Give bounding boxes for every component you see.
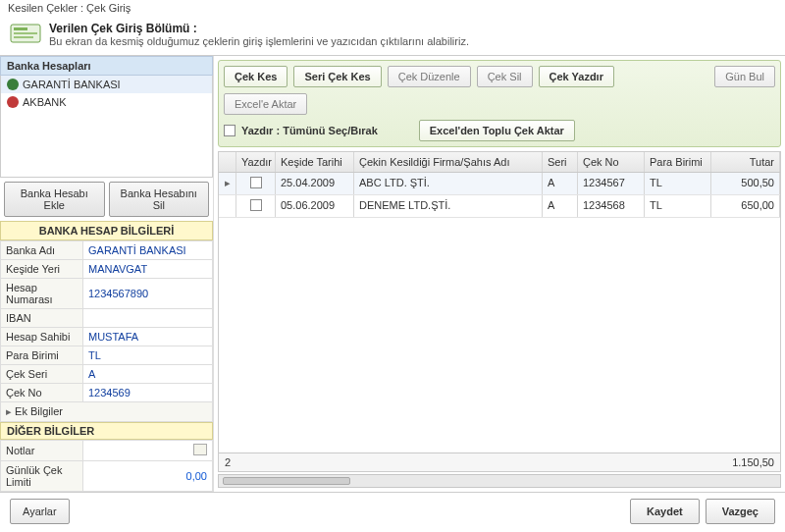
toolbar: Çek Kes Seri Çek Kes Çek Düzenle Çek Sil…	[218, 60, 781, 147]
bank-list[interactable]: GARANTİ BANKASI AKBANK	[0, 76, 213, 178]
header-title: Verilen Çek Giriş Bölümü :	[49, 22, 775, 35]
cek-kes-button[interactable]: Çek Kes	[224, 66, 288, 87]
right-panel: Çek Kes Seri Çek Kes Çek Düzenle Çek Sil…	[214, 56, 785, 492]
cell-no: 1234568	[578, 195, 645, 217]
value-seri[interactable]: A	[83, 365, 213, 384]
other-info-table: Notlar Günlük Çek Limiti0,00	[0, 440, 213, 492]
cell-amt: 500,50	[711, 173, 780, 194]
bank-item[interactable]: GARANTİ BANKASI	[1, 76, 212, 93]
col-yazdir[interactable]: Yazdır	[236, 152, 276, 172]
scrollbar-thumb[interactable]	[223, 477, 350, 485]
value-keside[interactable]: MANAVGAT	[83, 260, 213, 279]
bank-icon	[7, 79, 19, 90]
col-cekno[interactable]: Çek No	[578, 152, 645, 172]
label-limit: Günlük Çek Limiti	[1, 461, 83, 492]
svg-rect-1	[14, 27, 27, 30]
cell-date: 25.04.2009	[276, 173, 354, 194]
bank-icon	[7, 96, 19, 108]
excel-toplu-aktar-button[interactable]: Excel'den Toplu Çek Aktar	[419, 120, 575, 141]
value-iban[interactable]	[83, 309, 213, 328]
col-seri[interactable]: Seri	[543, 152, 578, 172]
grid-footer: 2 1.150,50	[219, 452, 780, 471]
left-panel: Banka Hesapları GARANTİ BANKASI AKBANK B…	[0, 56, 214, 492]
gun-bul-button[interactable]: Gün Bul	[714, 66, 775, 87]
cek-duzenle-button[interactable]: Çek Düzenle	[388, 66, 471, 87]
col-date[interactable]: Keşide Tarihi	[276, 152, 354, 172]
bank-item[interactable]: AKBANK	[1, 93, 212, 111]
bank-name: AKBANK	[23, 96, 67, 108]
col-amount[interactable]: Tutar	[711, 152, 780, 172]
cell-cur: TL	[645, 173, 711, 194]
footer-bar: Ayarlar Kaydet Vazgeç	[0, 492, 785, 530]
header-subtitle: Bu ekran da kesmiş olduğumuz çeklerin gi…	[49, 35, 775, 47]
label-ek: Ek Bilgiler	[15, 405, 63, 417]
row-count: 2	[225, 456, 264, 468]
value-owner[interactable]: MUSTAFA	[83, 328, 213, 346]
select-all-label: Yazdır : Tümünü Seç/Bırak	[241, 125, 378, 136]
label-account-no: Hesap Numarası	[1, 279, 83, 309]
grid-header: Yazdır Keşide Tarihi Çekin Kesildiği Fir…	[219, 152, 780, 173]
row-indicator-icon	[219, 195, 236, 217]
excel-aktar-button[interactable]: Excel'e Aktar	[224, 93, 307, 115]
col-firm[interactable]: Çekin Kesildiği Firma/Şahıs Adı	[354, 152, 543, 172]
cell-amt: 650,00	[711, 195, 780, 217]
window-title: Kesilen Çekler : Çek Giriş	[0, 0, 785, 16]
cek-yazdir-button[interactable]: Çek Yazdır	[539, 66, 614, 87]
col-indicator	[219, 152, 236, 172]
save-button[interactable]: Kaydet	[630, 499, 700, 524]
cell-cur: TL	[645, 195, 711, 217]
value-bank-name[interactable]: GARANTİ BANKASI	[83, 241, 213, 260]
label-keside: Keşide Yeri	[1, 260, 83, 279]
total-amount: 1.150,50	[732, 456, 774, 468]
col-currency[interactable]: Para Birimi	[645, 152, 711, 172]
row-indicator-icon: ▸	[219, 173, 236, 194]
add-bank-button[interactable]: Banka Hesabı Ekle	[4, 182, 105, 217]
value-currency[interactable]: TL	[83, 346, 213, 365]
svg-rect-2	[14, 32, 37, 34]
seri-cek-kes-button[interactable]: Seri Çek Kes	[293, 66, 381, 87]
app-icon	[10, 22, 41, 45]
cell-firm: ABC LTD. ŞTİ.	[354, 173, 543, 194]
account-info-header: BANKA HESAP BİLGİLERİ	[0, 221, 213, 240]
cancel-button[interactable]: Vazgeç	[706, 499, 775, 524]
cell-seri: A	[543, 195, 578, 217]
bank-accounts-header: Banka Hesapları	[0, 56, 213, 76]
header-bar: Verilen Çek Giriş Bölümü : Bu ekran da k…	[0, 16, 785, 56]
value-account-no[interactable]: 1234567890	[83, 279, 213, 309]
label-cekno: Çek No	[1, 384, 83, 402]
value-cekno[interactable]: 1234569	[83, 384, 213, 402]
label-iban: IBAN	[1, 309, 83, 328]
other-info-header: DİĞER BİLGİLER	[0, 422, 213, 440]
svg-rect-3	[14, 36, 33, 38]
note-icon[interactable]	[193, 444, 207, 455]
settings-button[interactable]: Ayarlar	[10, 499, 70, 524]
cheque-grid: Yazdır Keşide Tarihi Çekin Kesildiği Fir…	[218, 151, 781, 472]
horizontal-scrollbar[interactable]	[218, 474, 781, 488]
cek-sil-button[interactable]: Çek Sil	[477, 66, 533, 87]
label-notes: Notlar	[1, 441, 83, 461]
grid-body[interactable]: ▸ 25.04.2009 ABC LTD. ŞTİ. A 1234567 TL …	[219, 173, 780, 452]
account-info-table: Banka AdıGARANTİ BANKASI Keşide YeriMANA…	[0, 240, 213, 422]
expand-ek-bilgiler[interactable]: ▸ Ek Bilgiler	[1, 402, 213, 422]
delete-bank-button[interactable]: Banka Hesabını Sil	[109, 182, 210, 217]
label-currency: Para Birimi	[1, 346, 83, 365]
row-print-checkbox[interactable]	[236, 195, 276, 217]
value-notes[interactable]	[83, 441, 213, 461]
row-print-checkbox[interactable]	[236, 173, 276, 194]
value-limit[interactable]: 0,00	[83, 461, 213, 492]
bank-name: GARANTİ BANKASI	[23, 79, 121, 90]
table-row[interactable]: 05.06.2009 DENEME LTD.ŞTİ. A 1234568 TL …	[219, 195, 780, 218]
select-all-checkbox[interactable]	[224, 125, 236, 136]
cell-date: 05.06.2009	[276, 195, 354, 217]
label-owner: Hesap Sahibi	[1, 328, 83, 346]
cell-no: 1234567	[578, 173, 645, 194]
cell-firm: DENEME LTD.ŞTİ.	[354, 195, 543, 217]
cell-seri: A	[543, 173, 578, 194]
label-seri: Çek Seri	[1, 365, 83, 384]
table-row[interactable]: ▸ 25.04.2009 ABC LTD. ŞTİ. A 1234567 TL …	[219, 173, 780, 195]
label-bank-name: Banka Adı	[1, 241, 83, 260]
